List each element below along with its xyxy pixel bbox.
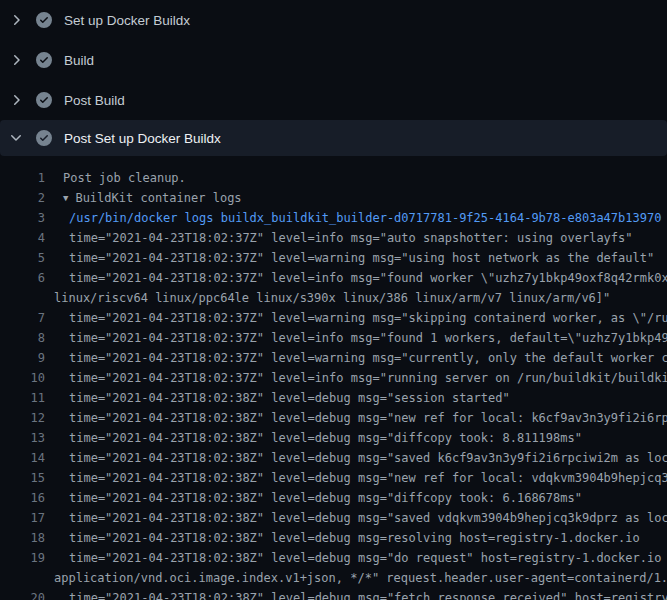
step-label: Post Set up Docker Buildx	[64, 131, 221, 146]
line-number[interactable]: 10	[0, 368, 45, 388]
log-line-text: time="2021-04-23T18:02:38Z" level=debug …	[45, 408, 667, 428]
log-row: 3/usr/bin/docker logs buildx_buildkit_bu…	[0, 208, 667, 228]
line-number	[0, 288, 45, 308]
log-line-text: time="2021-04-23T18:02:37Z" level=info m…	[45, 268, 667, 288]
log-line-text: ▼BuildKit container logs	[45, 188, 667, 208]
log-line-text: Post job cleanup.	[45, 168, 667, 188]
log-row: 7time="2021-04-23T18:02:37Z" level=warni…	[0, 308, 667, 328]
log-row: 13time="2021-04-23T18:02:38Z" level=debu…	[0, 428, 667, 448]
log-row: 17time="2021-04-23T18:02:38Z" level=debu…	[0, 508, 667, 528]
log-line-text: time="2021-04-23T18:02:37Z" level=warnin…	[45, 248, 667, 268]
line-number[interactable]: 15	[0, 468, 45, 488]
log-row: 8time="2021-04-23T18:02:37Z" level=info …	[0, 328, 667, 348]
line-number[interactable]: 19	[0, 548, 45, 568]
line-number[interactable]: 9	[0, 348, 45, 368]
line-number[interactable]: 3	[0, 208, 45, 228]
log-row: 11time="2021-04-23T18:02:38Z" level=debu…	[0, 388, 667, 408]
line-number[interactable]: 2	[0, 188, 45, 208]
line-number[interactable]: 12	[0, 408, 45, 428]
log-row: 19time="2021-04-23T18:02:38Z" level=debu…	[0, 548, 667, 568]
log-group-collapse-icon[interactable]: ▼	[63, 188, 68, 208]
log-row: 4time="2021-04-23T18:02:37Z" level=info …	[0, 228, 667, 248]
line-number	[0, 568, 45, 588]
line-number[interactable]: 13	[0, 428, 45, 448]
log-row: 6time="2021-04-23T18:02:37Z" level=info …	[0, 268, 667, 288]
check-circle-icon	[36, 92, 52, 108]
line-number[interactable]: 11	[0, 388, 45, 408]
log-line-text: application/vnd.oci.image.index.v1+json,…	[45, 568, 667, 588]
step-label: Set up Docker Buildx	[64, 13, 190, 28]
line-number[interactable]: 17	[0, 508, 45, 528]
command-text: /usr/bin/docker logs buildx_buildkit_bui…	[45, 208, 667, 228]
log-line-text: time="2021-04-23T18:02:38Z" level=debug …	[45, 548, 667, 568]
log-line-text: time="2021-04-23T18:02:38Z" level=debug …	[45, 448, 667, 468]
steps-panel: Set up Docker BuildxBuildPost BuildPost …	[0, 0, 667, 156]
log-row: 18time="2021-04-23T18:02:38Z" level=debu…	[0, 528, 667, 548]
log-line-text: time="2021-04-23T18:02:38Z" level=debug …	[45, 528, 667, 548]
line-number[interactable]: 5	[0, 248, 45, 268]
log-group-label: BuildKit container logs	[75, 191, 241, 205]
log-line-text: time="2021-04-23T18:02:38Z" level=debug …	[45, 428, 667, 448]
line-number[interactable]: 4	[0, 228, 45, 248]
log-line-text: time="2021-04-23T18:02:38Z" level=debug …	[45, 508, 667, 528]
line-number[interactable]: 14	[0, 448, 45, 468]
log-row: 9time="2021-04-23T18:02:37Z" level=warni…	[0, 348, 667, 368]
line-number[interactable]: 8	[0, 328, 45, 348]
step-label: Build	[64, 53, 94, 68]
check-circle-icon	[36, 130, 52, 146]
chevron-down-icon	[8, 130, 24, 146]
check-circle-icon	[36, 52, 52, 68]
line-number[interactable]: 7	[0, 308, 45, 328]
line-number[interactable]: 16	[0, 488, 45, 508]
log-line-text: time="2021-04-23T18:02:38Z" level=debug …	[45, 468, 667, 488]
check-circle-icon	[36, 12, 52, 28]
step-row-post-set-up-docker-buildx[interactable]: Post Set up Docker Buildx	[0, 120, 667, 156]
step-row-set-up-docker-buildx[interactable]: Set up Docker Buildx	[0, 0, 667, 40]
line-number[interactable]: 18	[0, 528, 45, 548]
chevron-right-icon	[8, 12, 24, 28]
log-row: 2▼BuildKit container logs	[0, 188, 667, 208]
log-row: 1Post job cleanup.	[0, 168, 667, 188]
log-viewer: 1Post job cleanup.2▼BuildKit container l…	[0, 156, 667, 600]
log-line-text: time="2021-04-23T18:02:38Z" level=debug …	[45, 388, 667, 408]
step-label: Post Build	[64, 93, 125, 108]
log-row: 15time="2021-04-23T18:02:38Z" level=debu…	[0, 468, 667, 488]
log-row: 14time="2021-04-23T18:02:38Z" level=debu…	[0, 448, 667, 468]
log-line-text: time="2021-04-23T18:02:37Z" level=info m…	[45, 228, 667, 248]
log-line-text: time="2021-04-23T18:02:37Z" level=warnin…	[45, 348, 667, 368]
log-row: 20time="2021-04-23T18:02:38Z" level=debu…	[0, 588, 667, 600]
log-row: 16time="2021-04-23T18:02:38Z" level=debu…	[0, 488, 667, 508]
log-row: 10time="2021-04-23T18:02:37Z" level=info…	[0, 368, 667, 388]
step-row-post-build[interactable]: Post Build	[0, 80, 667, 120]
log-line-text: time="2021-04-23T18:02:37Z" level=warnin…	[45, 308, 667, 328]
log-line-text: linux/riscv64 linux/ppc64le linux/s390x …	[45, 288, 667, 308]
line-number[interactable]: 20	[0, 588, 45, 600]
chevron-right-icon	[8, 52, 24, 68]
log-line-text: time="2021-04-23T18:02:37Z" level=info m…	[45, 368, 667, 388]
log-row: 12time="2021-04-23T18:02:38Z" level=debu…	[0, 408, 667, 428]
log-row: 5time="2021-04-23T18:02:37Z" level=warni…	[0, 248, 667, 268]
log-row: linux/riscv64 linux/ppc64le linux/s390x …	[0, 288, 667, 308]
step-row-build[interactable]: Build	[0, 40, 667, 80]
line-number[interactable]: 1	[0, 168, 45, 188]
chevron-right-icon	[8, 92, 24, 108]
log-line-text: time="2021-04-23T18:02:38Z" level=debug …	[45, 488, 667, 508]
log-line-text: time="2021-04-23T18:02:38Z" level=debug …	[45, 588, 667, 600]
log-line-text: time="2021-04-23T18:02:37Z" level=info m…	[45, 328, 667, 348]
line-number[interactable]: 6	[0, 268, 45, 288]
log-row: application/vnd.oci.image.index.v1+json,…	[0, 568, 667, 588]
